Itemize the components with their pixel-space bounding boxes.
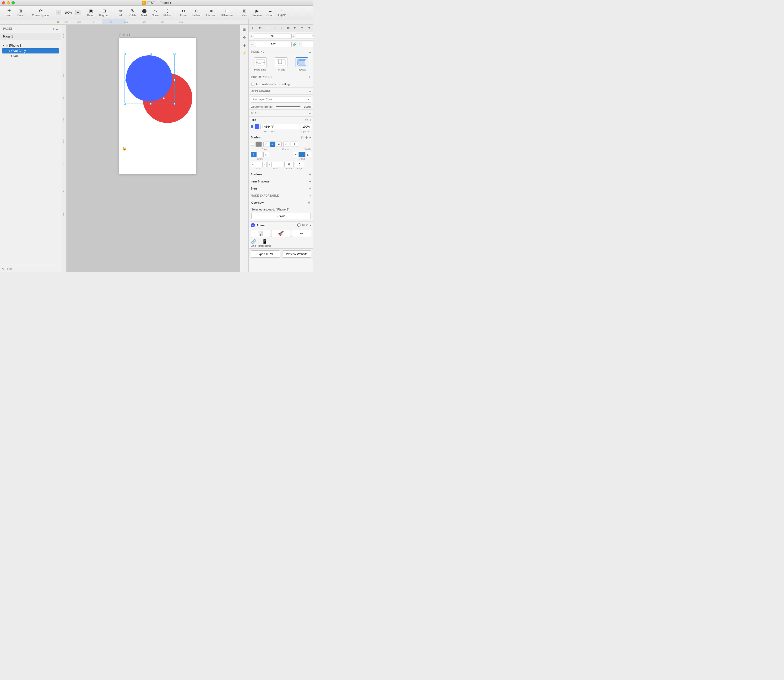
height-input[interactable] — [302, 42, 313, 47]
align-center-h-button[interactable]: ⊟ — [258, 26, 262, 30]
export-html-button[interactable]: Export HTML — [251, 250, 280, 258]
page-1-item[interactable]: Page 1 — [0, 33, 61, 40]
inner-shadows-add-icon[interactable]: + — [309, 179, 311, 184]
difference-button[interactable]: ⊕ Difference — [219, 7, 235, 18]
layer-style-dropdown[interactable]: No Layer Style ▾ — [251, 96, 311, 102]
start-decrement-btn[interactable]: − — [251, 162, 255, 167]
subtract-button[interactable]: ⊖ Subtract — [190, 7, 204, 18]
fill-opacity-input[interactable] — [301, 124, 311, 129]
layer-item-oval-copy[interactable]: ○ Oval Copy — [2, 48, 59, 54]
dist3-button[interactable]: ⊕ — [300, 26, 304, 30]
dist-v-button[interactable]: ⊟ — [293, 26, 297, 30]
shadows-add-icon[interactable]: + — [309, 172, 311, 176]
join-round-btn[interactable]: ⌒ — [299, 152, 305, 157]
end-increment-btn[interactable]: + — [279, 162, 283, 167]
resizing-header[interactable]: RESIZING ▴ — [249, 48, 313, 55]
borders-settings-icon[interactable]: ⚙ — [305, 135, 308, 140]
components-icon[interactable]: ◈ — [241, 42, 248, 48]
align-panel-icon[interactable]: ⊞ — [241, 26, 248, 33]
borders-delete-icon[interactable]: 🗑 — [300, 135, 304, 140]
join-bevel-btn[interactable]: ◺ — [306, 152, 311, 157]
intersect-button[interactable]: ⊗ Intersect — [204, 7, 218, 18]
dash-input[interactable] — [284, 162, 294, 167]
cloud-button[interactable]: ☁ Cloud — [264, 7, 275, 18]
align-left2-button[interactable]: ⊤ — [272, 26, 277, 30]
align-top-button[interactable]: ⊤ — [279, 26, 284, 30]
fill-enabled-checkbox[interactable]: ✓ — [251, 125, 253, 128]
fix-position-checkbox[interactable] — [251, 83, 255, 86]
layer-item-oval[interactable]: ○ Oval — [2, 54, 59, 59]
artboard-iphone8[interactable]: iPhone 8 — [119, 38, 196, 174]
anima-comment-icon[interactable]: 💬 — [297, 224, 301, 227]
border-color-swatch[interactable] — [256, 142, 262, 147]
sync-button[interactable]: • Sync — [251, 213, 311, 219]
opacity-slider[interactable] — [276, 106, 300, 107]
inspector-icon[interactable]: ⚙ — [241, 34, 248, 40]
x-input[interactable] — [254, 33, 292, 39]
gap-input[interactable] — [295, 162, 304, 167]
zoom-out-button[interactable]: − — [56, 10, 61, 15]
minimize-button[interactable] — [7, 1, 10, 5]
overflow-settings-icon[interactable]: ⚙ — [308, 201, 311, 205]
y-input[interactable] — [296, 33, 313, 39]
fill-hex-input[interactable] — [261, 124, 299, 129]
add-page-button[interactable]: + — [53, 27, 55, 31]
border-align-inner-btn[interactable]: ◧ — [276, 142, 282, 147]
layer-group-header-iphone8[interactable]: ▾ ▭ iPhone 8 — [2, 43, 59, 48]
rotate-button[interactable]: ↻ Rotate — [127, 7, 138, 18]
join-miter-btn[interactable]: ⌐ — [293, 152, 299, 157]
maximize-button[interactable] — [11, 1, 15, 5]
anima-links-btn[interactable]: 🔗 Links — [251, 239, 256, 247]
insert-button[interactable]: ✚ Insert — [4, 7, 14, 18]
export-toolbar-button[interactable]: ↑ Export — [276, 7, 288, 17]
union-button[interactable]: ⊔ Union — [178, 7, 189, 18]
plugins-icon[interactable]: ⚡ — [241, 50, 248, 56]
border-width-input[interactable] — [291, 142, 298, 147]
anima-chevron-icon[interactable]: ▾ — [310, 224, 311, 227]
flatten-button[interactable]: ⬡ Flatten — [162, 7, 174, 18]
anima-rocket-btn[interactable]: 🚀 — [271, 230, 291, 237]
border-align-outer-btn[interactable]: ◫ — [263, 142, 269, 147]
fix-size-option[interactable]: Fix Size — [272, 57, 291, 71]
anima-grid-icon[interactable]: ⊞ — [302, 224, 305, 227]
anima-bar-chart-btn[interactable]: 📊 — [251, 230, 270, 237]
anima-share-btn[interactable]: ↔ — [292, 230, 311, 237]
end-square-btn[interactable]: □ — [263, 152, 269, 157]
collapse-pages-button[interactable]: ▴ — [56, 27, 58, 31]
ungroup-button[interactable]: ⊡ Ungroup — [97, 7, 111, 18]
make-exportable-add-icon[interactable]: + — [309, 194, 311, 198]
style-header[interactable]: STYLE ▴ — [249, 110, 313, 116]
fills-add-icon[interactable]: + — [309, 118, 311, 122]
fills-settings-icon[interactable]: ⚙ — [305, 118, 308, 122]
border-enabled-checkbox[interactable] — [251, 143, 254, 146]
anima-breakpoints-btn[interactable]: 📱 Breakpoints — [258, 239, 271, 247]
group-button[interactable]: ▣ Group — [85, 7, 96, 18]
pin-to-edge-option[interactable]: Pin to Edge — [251, 57, 270, 71]
preview-resizing-option[interactable]: Preview — [292, 57, 311, 71]
mask-button[interactable]: ⬤ Mask — [139, 7, 149, 18]
width-input[interactable] — [255, 42, 292, 47]
scale-button[interactable]: ⤡ Scale — [150, 7, 161, 18]
dist-h-button[interactable]: ⊞ — [286, 26, 291, 30]
start-increment-btn[interactable]: + — [262, 162, 267, 167]
create-symbol-button[interactable]: ⟳ Create Symbol — [30, 7, 51, 18]
canvas-area[interactable]: -100 0 100 200 300 400 500 600 700 iPhon… — [61, 25, 240, 272]
borders-add-icon[interactable]: + — [309, 135, 311, 140]
edit-button[interactable]: ✏ Edit — [116, 7, 126, 18]
end-round-btn[interactable]: ⌒ — [257, 152, 263, 157]
dist4-button[interactable]: ⊡ — [306, 26, 311, 30]
view-button[interactable]: ⊞ View — [239, 7, 250, 18]
end-input[interactable] — [272, 162, 279, 167]
zoom-in-button[interactable]: + — [75, 10, 80, 15]
preview-toolbar-button[interactable]: ▶ Preview — [250, 7, 264, 18]
blurs-add-icon[interactable]: + — [309, 186, 311, 190]
start-input[interactable] — [255, 162, 262, 167]
prototyping-header[interactable]: PROTOTYPING + — [249, 73, 313, 81]
border-align-center-btn[interactable]: ◨ — [270, 142, 275, 147]
end-decrement-btn[interactable]: − — [267, 162, 272, 167]
fill-color-swatch[interactable] — [255, 124, 259, 129]
appearance-header[interactable]: APPEARANCE ▴ — [249, 88, 313, 94]
end-flat-btn[interactable]: | — [251, 152, 256, 157]
align-left-button[interactable]: ⊢ — [251, 26, 256, 30]
anima-settings-icon[interactable]: ⚙ — [306, 224, 309, 227]
